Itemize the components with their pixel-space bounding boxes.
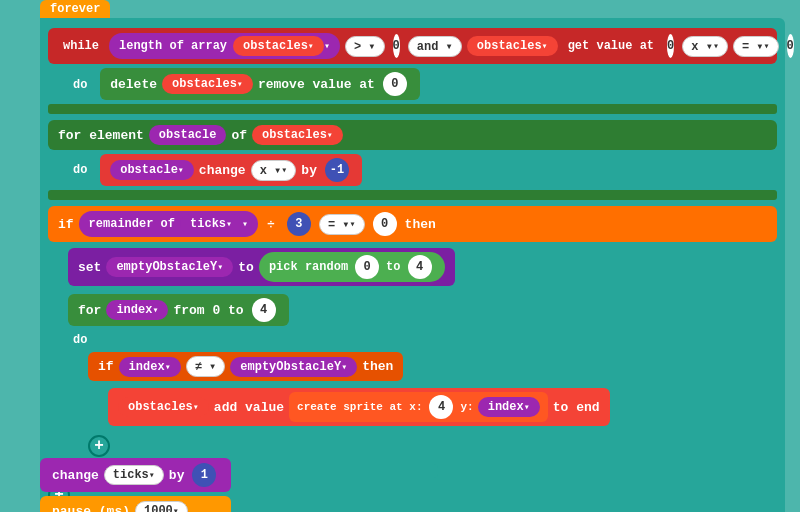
obstacles-pill-1[interactable]: obstacles: [233, 36, 324, 56]
change-label: change: [199, 163, 246, 178]
green-divider-2: [48, 190, 777, 200]
num-4-set[interactable]: 4: [408, 255, 432, 279]
gt-operator[interactable]: > ▾: [345, 36, 385, 57]
for-index-block[interactable]: for index from 0 to 4: [68, 294, 289, 326]
while-label: while: [58, 39, 104, 53]
create-sprite-block[interactable]: create sprite at x: 4 y: index: [289, 392, 548, 422]
index-pill-sprite[interactable]: index: [478, 397, 540, 417]
num-3[interactable]: 3: [287, 212, 311, 236]
if-body: set emptyObstacleY to pick random 0 to 4: [68, 246, 777, 460]
eq-operator[interactable]: = ▾: [733, 36, 779, 57]
while-block[interactable]: while length of array obstacles > ▾ 0 an…: [48, 28, 777, 64]
do-label-3: do: [68, 333, 92, 347]
from-label: from 0 to: [173, 303, 243, 318]
emptyObstacleY-pill[interactable]: emptyObstacleY: [106, 257, 233, 277]
num-0-set[interactable]: 0: [355, 255, 379, 279]
obstacles-pill-delete[interactable]: obstacles: [162, 74, 253, 94]
length-of-array-pill[interactable]: length of array obstacles: [109, 33, 340, 59]
to-end-label: to end: [553, 400, 600, 415]
if-label: if: [58, 217, 74, 232]
index-pill[interactable]: index: [106, 300, 168, 320]
add-value-label: add value: [214, 400, 284, 415]
by-label-ticks: by: [169, 468, 185, 483]
for-index-container: for index from 0 to 4: [68, 292, 777, 328]
neq-op[interactable]: ≠ ▾: [186, 356, 226, 377]
div-label: ÷: [263, 217, 279, 232]
num-0-c[interactable]: 0: [787, 34, 794, 58]
then-label: then: [405, 217, 436, 232]
do-label-2: do: [68, 163, 92, 177]
pause-label: pause (ms): [52, 504, 130, 513]
set-row-container: set emptyObstacleY to pick random 0 to 4: [68, 246, 777, 288]
pick-random-pill[interactable]: pick random 0 to 4: [259, 252, 445, 282]
obstacles-add-block[interactable]: obstacles add value create sprite at x: …: [108, 388, 610, 426]
green-divider-1: [48, 104, 777, 114]
block-workspace: forever while length of array obstacles …: [0, 0, 800, 512]
outer-teal-container: while length of array obstacles > ▾ 0 an…: [40, 18, 785, 512]
do-label-1: do: [68, 78, 92, 92]
num-0-if[interactable]: 0: [373, 212, 397, 236]
eq-op-if[interactable]: = ▾: [319, 214, 365, 235]
inner-do-section: do if index ≠ ▾ emptyObstacleY: [88, 332, 777, 460]
obstacles-add-container: obstacles add value create sprite at x: …: [108, 386, 777, 428]
remainder-pill[interactable]: remainder of ticks: [79, 211, 259, 237]
for-element-block[interactable]: for element obstacle of obstacles: [48, 120, 777, 150]
change-ticks-label: change: [52, 468, 99, 483]
obstacle-pill-change[interactable]: obstacle: [110, 160, 194, 180]
pause-value[interactable]: 1000: [135, 501, 188, 512]
if-block[interactable]: if remainder of ticks ÷ 3 = ▾ 0 then: [48, 206, 777, 242]
if-inner-container: if index ≠ ▾ emptyObstacleY then: [88, 350, 777, 383]
num-4-sprite[interactable]: 4: [429, 395, 453, 419]
pause-block[interactable]: pause (ms) 1000: [40, 496, 231, 512]
num-4-for[interactable]: 4: [252, 298, 276, 322]
obstacles-pill-add[interactable]: obstacles: [118, 397, 209, 417]
ticks-pill-change[interactable]: ticks: [104, 465, 164, 485]
x-dropdown-change[interactable]: x ▾: [251, 160, 297, 181]
to-label-set: to: [238, 260, 254, 275]
for-label-1: for element: [58, 128, 144, 143]
get-value-label: get value at: [563, 39, 659, 53]
inner-do-body: obstacles add value create sprite at x: …: [108, 386, 777, 428]
forever-label: forever: [50, 2, 100, 16]
obstacles-pill-2[interactable]: obstacles: [467, 36, 558, 56]
change-ticks-block[interactable]: change ticks by 1: [40, 458, 231, 492]
delete-block[interactable]: delete obstacles remove value at 0: [100, 68, 420, 100]
by-label-change: by: [301, 163, 317, 178]
if-inner-block[interactable]: if index ≠ ▾ emptyObstacleY then: [88, 352, 403, 381]
ticks-pill[interactable]: ticks: [180, 214, 242, 234]
do-delete-section: do delete obstacles remove value at 0: [68, 68, 777, 100]
obstacle-pill[interactable]: obstacle: [149, 125, 227, 145]
num-0-b[interactable]: 0: [667, 34, 674, 58]
delete-label: delete: [110, 77, 157, 92]
plus-btn-inner[interactable]: +: [88, 435, 110, 457]
bottom-blocks: change ticks by 1 pause (ms) 1000: [40, 458, 231, 512]
obstacles-pill-for[interactable]: obstacles: [252, 125, 343, 145]
num-1-ticks[interactable]: 1: [192, 463, 216, 487]
and-operator[interactable]: and ▾: [408, 36, 462, 57]
for-label-2: for: [78, 303, 101, 318]
num-minus1[interactable]: -1: [325, 158, 349, 182]
remove-label: remove value at: [258, 77, 375, 92]
num-0-a[interactable]: 0: [393, 34, 400, 58]
forever-block[interactable]: forever: [40, 0, 110, 18]
change-x-block[interactable]: obstacle change x ▾ by -1: [100, 154, 362, 186]
emptyObstacleY-pill-inner[interactable]: emptyObstacleY: [230, 357, 357, 377]
set-block[interactable]: set emptyObstacleY to pick random 0 to 4: [68, 248, 455, 286]
if-inner-label: if: [98, 359, 114, 374]
set-label: set: [78, 260, 101, 275]
then-label-inner: then: [362, 359, 393, 374]
x-dropdown[interactable]: x ▾: [682, 36, 728, 57]
do-change-section: do obstacle change x ▾ by -1: [68, 154, 777, 186]
of-label: of: [231, 128, 247, 143]
num-0-delete[interactable]: 0: [383, 72, 407, 96]
index-pill-inner[interactable]: index: [119, 357, 181, 377]
